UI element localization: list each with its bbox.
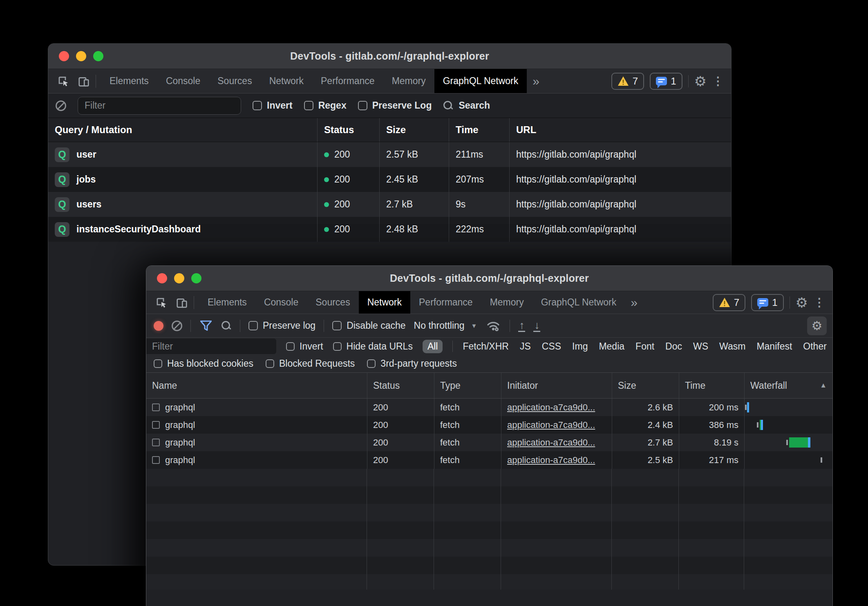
titlebar[interactable]: DevTools - gitlab.com/-/graphql-explorer	[48, 44, 731, 69]
table-row[interactable]: Qjobs 200 2.45 kB 207ms https://gitlab.c…	[48, 167, 731, 192]
tab-performance[interactable]: Performance	[312, 69, 383, 93]
filter-type-js[interactable]: JS	[520, 341, 531, 352]
row-checkbox[interactable]	[152, 403, 160, 411]
table-row[interactable]: QinstanceSecurityDashboard 200 2.48 kB 2…	[48, 217, 731, 242]
tab-memory[interactable]: Memory	[383, 69, 434, 93]
column-header-name[interactable]: Name	[146, 373, 367, 398]
record-icon[interactable]	[154, 321, 163, 331]
tab-network[interactable]: Network	[359, 291, 410, 314]
kebab-menu-icon[interactable]: ⋮	[814, 297, 825, 308]
time-cell: 222ms	[449, 217, 509, 242]
regex-checkbox[interactable]: Regex	[304, 100, 347, 111]
tab-elements[interactable]: Elements	[199, 291, 255, 314]
export-har-icon[interactable]: ↓	[533, 320, 540, 332]
device-toolbar-icon[interactable]	[75, 73, 92, 90]
column-header-time[interactable]: Time	[449, 118, 509, 142]
row-checkbox[interactable]	[152, 456, 160, 464]
warnings-badge[interactable]: 7	[611, 73, 644, 90]
filter-type-ws[interactable]: WS	[693, 341, 708, 352]
row-checkbox[interactable]	[152, 439, 160, 446]
inspect-element-icon[interactable]	[55, 73, 72, 90]
column-header-url[interactable]: URL	[509, 118, 731, 142]
table-row[interactable]: graphql 200 fetch application-a7ca9d0...…	[146, 451, 832, 469]
table-row[interactable]: graphql 200 fetch application-a7ca9d0...…	[146, 434, 832, 451]
filter-type-doc[interactable]: Doc	[665, 341, 682, 352]
column-header-waterfall[interactable]: Waterfall ▲	[744, 373, 832, 398]
clear-icon[interactable]	[172, 321, 182, 331]
tab-elements[interactable]: Elements	[101, 69, 157, 93]
column-header-initiator[interactable]: Initiator	[501, 373, 612, 398]
tab-console[interactable]: Console	[157, 69, 209, 93]
tab-sources[interactable]: Sources	[209, 69, 260, 93]
table-row[interactable]: graphql 200 fetch application-a7ca9d0...…	[146, 416, 832, 434]
table-row[interactable]: Qusers 200 2.7 kB 9s https://gitlab.com/…	[48, 192, 731, 217]
tab-network[interactable]: Network	[261, 69, 312, 93]
column-header-type[interactable]: Type	[434, 373, 501, 398]
more-tabs-icon[interactable]: »	[527, 69, 545, 93]
kebab-menu-icon[interactable]: ⋮	[712, 76, 724, 87]
issues-badge[interactable]: 1	[650, 73, 682, 90]
settings-gear-icon[interactable]: ⚙	[694, 74, 707, 88]
preserve-log-checkbox[interactable]: Preserve log	[248, 320, 315, 331]
filter-type-all[interactable]: All	[423, 340, 443, 353]
tab-graphql-network[interactable]: GraphQL Network	[434, 69, 527, 93]
disable-cache-checkbox[interactable]: Disable cache	[332, 320, 405, 331]
more-tabs-icon[interactable]: »	[625, 291, 643, 314]
clear-icon[interactable]	[56, 100, 66, 111]
column-header-status[interactable]: Status	[367, 373, 434, 398]
invert-checkbox[interactable]: Invert	[286, 341, 323, 352]
warnings-badge[interactable]: 7	[713, 294, 745, 311]
type-cell: fetch	[434, 451, 501, 469]
throttling-dropdown[interactable]: No throttling ▼	[414, 320, 477, 331]
column-header-status[interactable]: Status	[317, 118, 379, 142]
filter-type-wasm[interactable]: Wasm	[719, 341, 745, 352]
column-header-query[interactable]: Query / Mutation	[48, 118, 317, 142]
network-conditions-icon[interactable]	[485, 318, 501, 334]
filter-type-css[interactable]: CSS	[542, 341, 561, 352]
filter-type-manifest[interactable]: Manifest	[756, 341, 792, 352]
row-checkbox[interactable]	[152, 421, 160, 429]
device-toolbar-icon[interactable]	[173, 294, 190, 311]
initiator-link[interactable]: application-a7ca9d0...	[507, 402, 595, 413]
import-har-icon[interactable]: ↑	[518, 320, 525, 332]
filter-type-fetch-xhr[interactable]: Fetch/XHR	[463, 341, 508, 352]
initiator-link[interactable]: application-a7ca9d0...	[507, 455, 595, 466]
filter-input[interactable]	[146, 339, 276, 354]
search-icon[interactable]	[221, 321, 232, 331]
tab-graphql-network[interactable]: GraphQL Network	[532, 291, 625, 314]
initiator-link[interactable]: application-a7ca9d0...	[507, 420, 595, 430]
size-cell: 2.48 kB	[379, 217, 449, 242]
tab-sources[interactable]: Sources	[307, 291, 358, 314]
initiator-link[interactable]: application-a7ca9d0...	[507, 437, 595, 448]
filter-type-font[interactable]: Font	[635, 341, 654, 352]
invert-checkbox[interactable]: Invert	[253, 100, 293, 111]
waterfall-cell	[744, 416, 832, 434]
third-party-requests-checkbox[interactable]: 3rd-party requests	[367, 358, 457, 369]
tab-console[interactable]: Console	[255, 291, 307, 314]
inspect-element-icon[interactable]	[153, 294, 170, 311]
column-header-time[interactable]: Time	[679, 373, 744, 398]
tab-performance[interactable]: Performance	[410, 291, 481, 314]
network-settings-button[interactable]: ⚙	[807, 316, 827, 335]
table-row[interactable]: Quser 200 2.57 kB 211ms https://gitlab.c…	[48, 142, 731, 167]
filter-type-other[interactable]: Other	[803, 341, 827, 352]
table-row[interactable]: graphql 200 fetch application-a7ca9d0...…	[146, 399, 832, 416]
hide-data-urls-checkbox[interactable]: Hide data URLs	[333, 341, 413, 352]
blocked-requests-checkbox[interactable]: Blocked Requests	[266, 358, 355, 369]
checkbox-icon	[304, 101, 313, 110]
filter-type-media[interactable]: Media	[599, 341, 624, 352]
search-control[interactable]: Search	[443, 100, 490, 111]
filter-type-img[interactable]: Img	[572, 341, 588, 352]
waterfall-cell	[744, 434, 832, 451]
settings-gear-icon[interactable]: ⚙	[796, 296, 808, 310]
preserve-log-checkbox[interactable]: Preserve Log	[358, 100, 432, 111]
titlebar[interactable]: DevTools - gitlab.com/-/graphql-explorer	[146, 266, 832, 291]
column-header-size[interactable]: Size	[612, 373, 679, 398]
has-blocked-cookies-checkbox[interactable]: Has blocked cookies	[154, 358, 253, 369]
filter-funnel-icon[interactable]	[199, 319, 213, 333]
issues-count: 1	[671, 76, 676, 87]
tab-memory[interactable]: Memory	[481, 291, 532, 314]
filter-input[interactable]	[78, 97, 241, 115]
issues-badge[interactable]: 1	[751, 294, 783, 311]
column-header-size[interactable]: Size	[379, 118, 449, 142]
